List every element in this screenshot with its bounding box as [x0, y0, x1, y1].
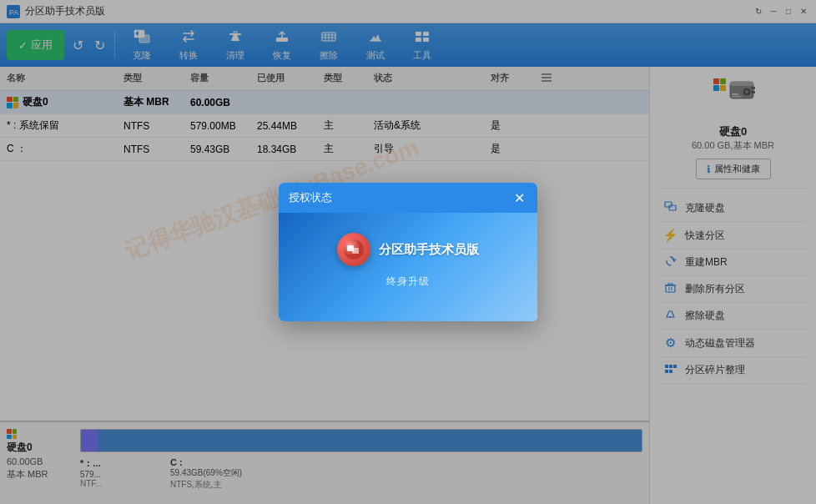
modal-overlay[interactable]: 授权状态 ✕ [0, 0, 816, 504]
modal-title-text: 授权状态 [289, 190, 332, 205]
license-modal: 授权状态 ✕ [279, 183, 537, 321]
modal-app-row: 分区助手技术员版 [337, 233, 479, 266]
modal-upgrade-text: 终身升级 [386, 275, 430, 289]
svg-rect-46 [352, 248, 359, 254]
modal-body: 分区助手技术员版 终身升级 [279, 213, 537, 321]
modal-app-name: 分区助手技术员版 [379, 242, 479, 258]
modal-close-button[interactable]: ✕ [511, 189, 527, 206]
modal-title-bar: 授权状态 ✕ [279, 183, 537, 213]
modal-app-icon [337, 233, 370, 266]
